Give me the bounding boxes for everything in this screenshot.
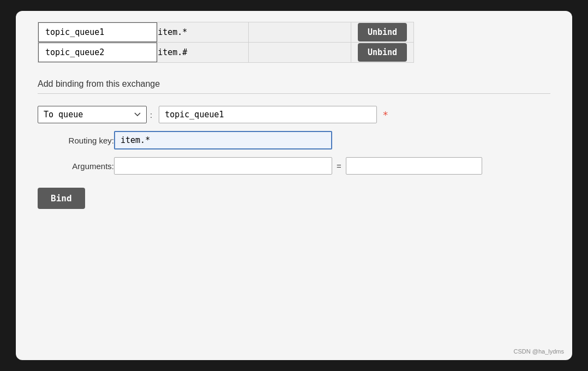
form-area: To queue To exchange : * Routing key: Ar…	[38, 100, 550, 222]
content-area: topic_queue1 item.* Unbind topic_queue2	[16, 11, 572, 244]
arguments-row: Arguments: =	[38, 157, 550, 175]
queue-name-input[interactable]	[159, 106, 377, 123]
table-row: topic_queue1 item.* Unbind	[38, 22, 414, 43]
arguments-value-input[interactable]	[346, 157, 482, 175]
action-cell-2: Unbind	[351, 43, 414, 63]
colon-1: :	[150, 110, 152, 119]
unbind-button-2[interactable]: Unbind	[358, 43, 407, 62]
bind-button-row: Bind	[38, 182, 550, 209]
bindings-table-area: topic_queue1 item.* Unbind topic_queue2	[38, 22, 550, 63]
to-queue-row: To queue To exchange : *	[38, 106, 550, 123]
bindings-table: topic_queue1 item.* Unbind topic_queue2	[38, 22, 414, 63]
watermark: CSDN @ha_lydms	[514, 348, 564, 355]
arguments-label: Arguments:	[38, 161, 114, 171]
arguments-key-input[interactable]	[114, 157, 332, 175]
action-cell-1: Unbind	[351, 22, 414, 43]
routing-key-cell-1: item.*	[158, 22, 249, 43]
table-row: topic_queue2 item.# Unbind	[38, 43, 414, 63]
required-indicator: *	[382, 109, 388, 121]
add-binding-section: Add binding from this exchange To queue …	[38, 79, 550, 222]
section-title: Add binding from this exchange	[38, 79, 550, 94]
args-cell-1	[249, 22, 351, 43]
routing-key-row: Routing key:	[38, 131, 550, 149]
queue-box-1: topic_queue1	[38, 22, 157, 42]
queue-cell-1: topic_queue1	[38, 22, 158, 43]
unbind-button-1[interactable]: Unbind	[358, 23, 407, 41]
queue-box-2: topic_queue2	[38, 43, 157, 62]
routing-key-label: Routing key:	[38, 136, 114, 145]
equals-sign: =	[337, 161, 341, 171]
bind-button[interactable]: Bind	[38, 188, 85, 209]
queue-cell-2: topic_queue2	[38, 43, 158, 63]
main-container: topic_queue1 item.* Unbind topic_queue2	[16, 11, 572, 360]
routing-key-input[interactable]	[114, 131, 332, 149]
to-queue-select[interactable]: To queue To exchange	[38, 106, 147, 123]
routing-key-cell-2: item.#	[158, 43, 249, 63]
args-cell-2	[249, 43, 351, 63]
